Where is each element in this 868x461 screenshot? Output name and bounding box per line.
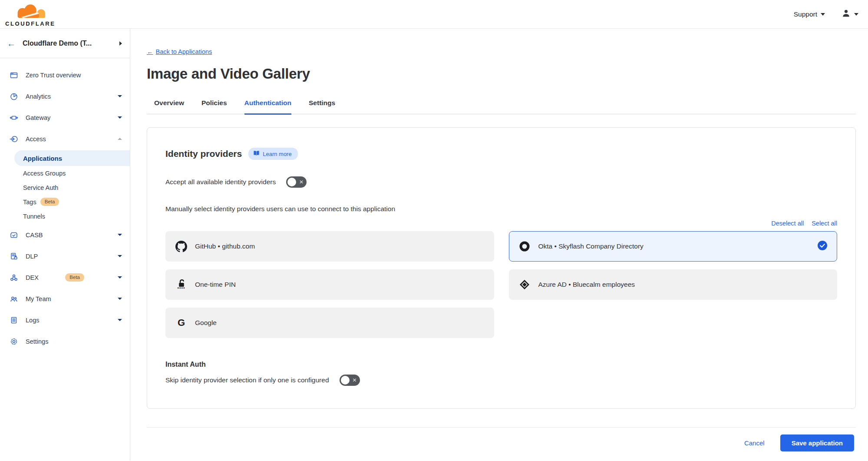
sidebar-item-label: Zero Trust overview (26, 72, 122, 79)
sidebar-item-access-groups[interactable]: Access Groups (0, 166, 130, 180)
google-icon: G (175, 318, 187, 328)
provider-azure-ad[interactable]: Azure AD • Bluecalm employees (509, 269, 838, 300)
toggle-off-x-icon: ✕ (352, 378, 356, 383)
footer-actions: Cancel Save application (147, 427, 856, 451)
cloudflare-logo[interactable]: CLOUDFLARE (5, 2, 56, 27)
beta-badge: Beta (40, 198, 59, 206)
instant-auth-toggle[interactable]: ✕ (340, 375, 360, 386)
tab-authentication[interactable]: Authentication (244, 99, 292, 115)
back-to-applications-link[interactable]: ← Back to Applications (147, 48, 212, 55)
sidebar-item-label: Logs (26, 317, 110, 324)
sidebar-item-service-auth[interactable]: Service Auth (0, 180, 130, 195)
caret-up-icon (118, 138, 122, 140)
gear-icon (10, 337, 18, 346)
toggle-knob (287, 178, 296, 186)
person-icon (842, 9, 851, 20)
tab-overview[interactable]: Overview (154, 99, 184, 115)
provider-one-time-pin[interactable]: **** One-time PIN (165, 269, 494, 300)
identity-providers-card: Identity providers Learn more Accept all… (147, 127, 856, 409)
casb-box-check-icon (10, 231, 18, 239)
page: CLOUDFLARE Support ← Clo (0, 0, 868, 461)
github-icon (175, 241, 187, 252)
sidebar-item-label: My Team (26, 295, 110, 302)
provider-google[interactable]: G Google (165, 308, 494, 338)
cancel-button[interactable]: Cancel (744, 439, 765, 447)
learn-more-badge[interactable]: Learn more (248, 148, 297, 160)
user-menu[interactable] (842, 9, 858, 20)
sidebar-subitem-label: Tunnels (23, 213, 45, 220)
provider-name: Azure AD • Bluecalm employees (538, 281, 828, 289)
save-application-button[interactable]: Save application (780, 434, 854, 451)
provider-okta[interactable]: Okta • Skyflash Company Directory (509, 231, 838, 262)
logs-document-icon (10, 316, 18, 325)
toggle-off-x-icon: ✕ (299, 179, 304, 185)
sidebar-item-label: Analytics (26, 93, 110, 100)
accept-all-toggle[interactable]: ✕ (286, 176, 307, 188)
pie-chart-icon (10, 92, 18, 101)
sidebar-item-settings[interactable]: Settings (0, 331, 130, 352)
sidebar-item-analytics[interactable]: Analytics (0, 86, 130, 107)
deselect-all-link[interactable]: Deselect all (771, 220, 804, 227)
document-lock-icon (10, 252, 18, 261)
back-arrow-icon: ← (147, 48, 153, 55)
chevron-down-icon (854, 13, 858, 16)
select-all-link[interactable]: Select all (812, 220, 837, 227)
sidebar-item-applications[interactable]: Applications (14, 150, 130, 166)
sidebar-item-label: CASB (26, 232, 110, 239)
selected-check-icon (818, 241, 827, 252)
sidebar-account-header: ← Cloudflare Demo (T... (0, 29, 130, 58)
sidebar-item-tunnels[interactable]: Tunnels (0, 209, 130, 223)
sidebar-item-zero-trust-overview[interactable]: Zero Trust overview (0, 64, 130, 86)
support-menu[interactable]: Support (794, 10, 825, 18)
caret-down-icon (118, 95, 122, 97)
sidebar-item-dex[interactable]: DEX Beta (0, 267, 130, 288)
caret-down-icon (118, 319, 122, 321)
network-nodes-icon (10, 273, 18, 282)
instant-auth-heading: Instant Auth (165, 361, 837, 368)
provider-name: One-time PIN (195, 281, 484, 289)
provider-github[interactable]: GitHub • github.com (165, 231, 494, 262)
azure-ad-icon (519, 279, 531, 290)
sidebar-subitem-label: Access Groups (23, 170, 66, 177)
gateway-icon (10, 113, 18, 122)
sidebar-item-gateway[interactable]: Gateway (0, 107, 130, 128)
sidebar-subitem-label: Service Auth (23, 184, 58, 191)
sidebar-item-label: DLP (26, 253, 110, 260)
google-g-glyph: G (178, 318, 185, 328)
tab-policies[interactable]: Policies (201, 99, 227, 115)
caret-down-icon (118, 255, 122, 257)
one-time-pin-icon: **** (175, 279, 187, 291)
account-name[interactable]: Cloudflare Demo (T... (23, 40, 112, 47)
sidebar-item-tags[interactable]: Tags Beta (0, 195, 130, 209)
manual-select-label: Manually select identity providers users… (165, 205, 837, 213)
sidebar-item-label: Gateway (26, 114, 110, 121)
sidebar-item-casb[interactable]: CASB (0, 224, 130, 245)
provider-grid: GitHub • github.com Okta • Skyflash Comp… (165, 231, 837, 338)
tab-settings[interactable]: Settings (309, 99, 335, 115)
support-label: Support (794, 10, 817, 18)
sidebar: ← Cloudflare Demo (T... Zero Trust overv… (0, 29, 130, 461)
sidebar-item-logs[interactable]: Logs (0, 309, 130, 331)
back-arrow-icon[interactable]: ← (7, 39, 16, 48)
cloudflare-cloud-icon (8, 3, 53, 21)
sidebar-item-access[interactable]: Access (0, 128, 130, 149)
toggle-knob (341, 376, 350, 385)
sidebar-subitem-label: Applications (23, 155, 62, 162)
sidebar-item-my-team[interactable]: My Team (0, 288, 130, 309)
brand-wordmark: CLOUDFLARE (5, 20, 56, 27)
sidebar-item-label: DEX (26, 274, 58, 281)
chevron-right-icon[interactable] (119, 41, 122, 46)
learn-more-label: Learn more (263, 151, 291, 157)
sidebar-item-label: Access (26, 136, 110, 143)
provider-name: GitHub • github.com (195, 242, 484, 250)
caret-down-icon (118, 298, 122, 300)
sidebar-item-dlp[interactable]: DLP (0, 245, 130, 267)
accept-all-label: Accept all available identity providers (165, 178, 276, 186)
sidebar-nav: Zero Trust overview Analytics (0, 58, 130, 352)
instant-auth-label: Skip identity provider selection if only… (165, 376, 329, 384)
back-link-label: Back to Applications (156, 48, 212, 55)
chevron-down-icon (821, 13, 825, 16)
page-title: Image and Video Gallery (147, 63, 856, 84)
caret-down-icon (118, 116, 122, 119)
top-header: CLOUDFLARE Support (0, 0, 868, 29)
